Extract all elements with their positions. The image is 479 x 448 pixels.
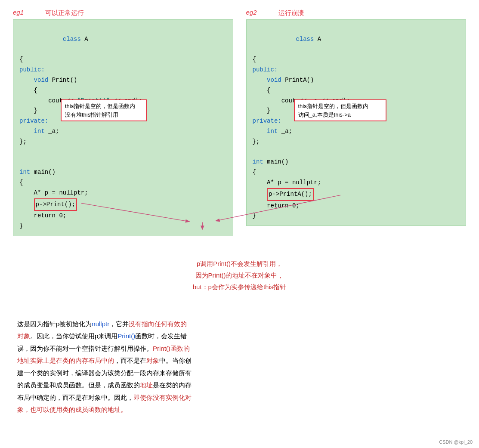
code-line: class A — [253, 24, 460, 55]
code-line: int _a; — [19, 127, 227, 137]
code-line: p->PrintA(); — [253, 188, 460, 201]
examples-row: eg1 可以正常运行 class A { public: void Print(… — [9, 9, 470, 236]
code-line: { — [253, 86, 460, 96]
code-line: A* p = nullptr; — [19, 188, 227, 198]
eg2-code-box: class A { public: void PrintA() { cout <… — [246, 19, 467, 226]
exp-emphasis5: 对象 — [146, 357, 159, 364]
exp-emphasis6: 地址 — [140, 381, 153, 389]
code-line: int main() — [19, 167, 227, 178]
explanation-text: 这是因为指针p被初始化为nullptr，它并没有指向任何有效的 对象。因此，当你… — [17, 318, 462, 416]
code-line: { — [19, 86, 227, 96]
code-line: { — [19, 55, 227, 65]
code-line — [253, 147, 460, 158]
eg1-header: eg1 可以正常运行 — [13, 9, 233, 18]
highlight-print: p->Print(); — [34, 198, 77, 211]
code-line: { — [253, 55, 460, 65]
eg1-annotation: this指针是空的，但是函数内没有堆this指针解引用 — [61, 99, 147, 121]
exp-code: nullptr — [92, 320, 109, 328]
keyword: int — [253, 158, 267, 165]
code-text: A — [84, 36, 88, 43]
code-line: { — [19, 178, 227, 188]
keyword: int — [34, 128, 45, 135]
keyword: void — [267, 77, 285, 83]
code-text: A — [318, 36, 321, 43]
code-line: p->Print(); — [19, 198, 227, 211]
keyword: int — [267, 128, 278, 135]
exp-emphasis7: 即使你没有实例化对 — [133, 394, 192, 401]
exp-emphasis3: Print()函数的 — [153, 345, 190, 352]
example-block-eg1: eg1 可以正常运行 class A { public: void Print(… — [13, 9, 233, 236]
code-line: }; — [19, 137, 227, 147]
code-line: A* p = nullptr; — [253, 178, 460, 188]
code-line: return 0; — [19, 211, 227, 221]
code-line: void PrintA() — [253, 75, 460, 86]
example-block-eg2: eg2 运行崩溃 class A { public: void PrintA()… — [246, 9, 467, 236]
exp-emphasis8: 象，也可以使用类的成员函数的地址。 — [17, 406, 127, 413]
highlight-printa: p->PrintA(); — [267, 188, 314, 201]
keyword: void — [34, 77, 52, 83]
eg2-status: 运行崩溃 — [278, 9, 304, 17]
keyword: class — [296, 36, 317, 43]
keyword: private: — [253, 117, 281, 124]
annotation-text: this指针是空的，但是函数内没有堆this指针解引用 — [65, 103, 135, 118]
explanation-section: 这是因为指针p被初始化为nullptr，它并没有指向任何有效的 对象。因此，当你… — [17, 318, 462, 416]
code-line: return 0; — [253, 201, 460, 211]
arrow-line3: but：p会作为实参传递给this指针 — [9, 281, 470, 293]
code-line: int _a; — [253, 127, 460, 137]
annotation-text: this指针是空的，但是函数内访问_a,本质是this->a — [298, 103, 368, 118]
code-line: } — [19, 221, 227, 232]
exp-emphasis: 没有指向任何有效的 — [129, 320, 187, 328]
keyword: public: — [19, 66, 45, 73]
eg2-header: eg2 运行崩溃 — [246, 9, 467, 18]
code-line: public: — [253, 65, 460, 75]
exp-code2: Print() — [117, 332, 135, 340]
page-container: eg1 可以正常运行 class A { public: void Print(… — [0, 0, 479, 429]
keyword: public: — [253, 66, 278, 73]
code-line: } — [253, 211, 460, 221]
eg1-status: 可以正常运行 — [45, 9, 84, 17]
code-line: { — [253, 167, 460, 178]
exp-emphasis4: 地址实际上是在类的内存布局中的 — [17, 357, 114, 364]
eg1-label: eg1 — [13, 9, 24, 16]
keyword: class — [63, 36, 84, 43]
arrow-text: p调用Print()不会发生解引用， 因为Print()的地址不在对象中， bu… — [9, 258, 470, 293]
exp-emphasis2: 对象 — [17, 332, 30, 340]
code-line: int main() — [253, 157, 460, 167]
code-line: void Print() — [19, 75, 227, 86]
top-area: eg1 可以正常运行 class A { public: void Print(… — [9, 9, 470, 236]
code-line: class A — [19, 24, 227, 55]
eg1-code-box: class A { public: void Print() { cout <<… — [13, 19, 233, 236]
watermark: CSDN @kpl_20 — [439, 439, 473, 445]
keyword: private: — [19, 117, 48, 124]
code-line — [19, 157, 227, 167]
code-line: public: — [19, 65, 227, 75]
eg2-annotation: this指针是空的，但是函数内访问_a,本质是this->a — [294, 99, 386, 121]
code-line: }; — [253, 137, 460, 147]
arrow-section: p调用Print()不会发生解引用， 因为Print()的地址不在对象中， bu… — [9, 258, 470, 309]
code-line — [19, 147, 227, 158]
eg2-label: eg2 — [246, 9, 257, 16]
arrow-line1: p调用Print()不会发生解引用， — [9, 258, 470, 269]
arrow-line2: 因为Print()的地址不在对象中， — [9, 269, 470, 281]
keyword: int — [19, 169, 34, 176]
